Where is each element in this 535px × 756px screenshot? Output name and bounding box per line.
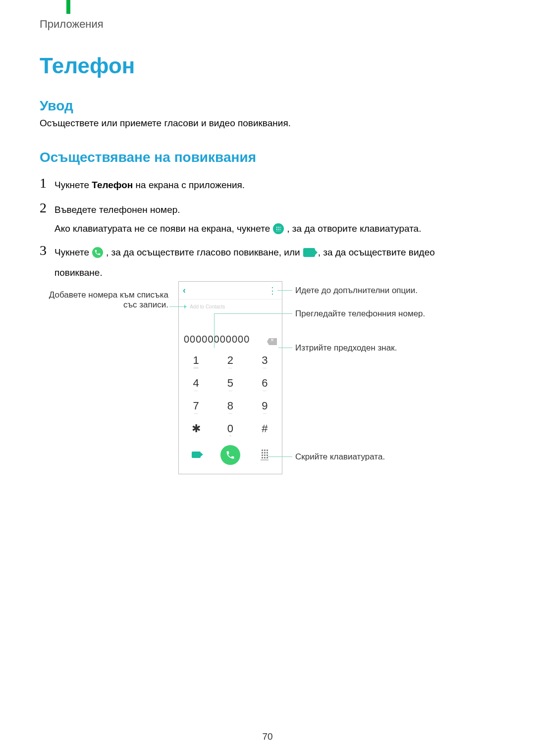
key-6[interactable]: 6— [248,372,282,395]
key-8[interactable]: 8— [213,395,247,417]
dialer-keypad: 1ᴑᴑ 2— 3— 4— 5— 6— 7— 8— 9— ✱ 0+ # [179,349,282,440]
key-1[interactable]: 1ᴑᴑ [179,349,213,372]
step1-bold: Телефон [92,180,133,190]
backspace-icon[interactable] [267,338,277,345]
video-call-button[interactable] [192,450,201,460]
callout-line-hide-kb [268,456,292,457]
phone-dialer-screenshot: ‹ ⋮ + Add to Contacts 00000000000 1ᴑᴑ 2—… [178,281,282,474]
callout-vline-review [214,313,214,348]
key-star[interactable]: ✱ [179,417,213,440]
section-tab [66,0,70,14]
key-9[interactable]: 9— [248,395,282,417]
header-section-label: Приложения [40,18,104,31]
add-to-contacts-label[interactable]: Add to Contacts [190,304,225,309]
phone-call-icon [92,247,103,258]
video-call-icon [303,248,315,257]
callout-hide-keyboard: Скрийте клавиатурата. [295,452,385,462]
step3-a: Чукнете [54,246,89,260]
key-7[interactable]: 7— [179,395,213,417]
voice-call-button[interactable] [220,445,240,465]
key-hash[interactable]: # [248,417,282,440]
callout-more-options: Идете до допълнителни опции. [295,286,418,296]
step1-pre: Чукнете [54,180,92,190]
step-number-3: 3 [40,243,47,258]
callout-delete-char: Изтрийте предходен знак. [295,343,397,353]
step-text-1: Чукнете Телефон на екрана с приложения. [54,178,245,193]
key-3[interactable]: 3— [248,349,282,372]
step-text-3: Чукнете , за да осъществите гласово пови… [54,246,485,280]
more-options-icon[interactable]: ⋮ [268,285,278,296]
callout-line-more-options [277,290,292,291]
callout-review-number: Прегледайте телефонния номер. [295,309,425,319]
callout-line-delete [278,348,292,348]
page-title: Телефон [40,53,135,78]
step-number-2: 2 [40,200,47,216]
step3-d: повикване. [54,266,103,280]
step-number-1: 1 [40,175,47,191]
callout-add-contacts: Добавете номера към списъка със записи. [40,290,168,310]
page-number: 70 [0,731,535,742]
step1-post: на екрана с приложения. [133,180,245,190]
step2-line2b: , за да отворите клавиатурата. [287,222,421,236]
intro-text: Осъществете или приемете гласови и видео… [40,118,291,129]
key-4[interactable]: 4— [179,372,213,395]
callout-line-add-contacts [169,306,184,307]
back-icon[interactable]: ‹ [183,285,186,296]
intro-heading: Увод [40,98,73,114]
keypad-icon [273,223,284,234]
key-2[interactable]: 2— [213,349,247,372]
step3-b: , за да осъществите гласово повикване, и… [106,246,300,260]
entered-number: 00000000000 [184,334,250,345]
step2-line2a: Ако клавиатурата не се появи на екрана, … [54,222,270,236]
key-5[interactable]: 5— [213,372,247,395]
callout-line-review [214,313,292,314]
hide-keyboard-button[interactable] [261,450,268,460]
step-text-2-line1: Въведете телефонен номер. [54,203,180,217]
section-making-calls-heading: Осъществяване на повиквания [40,150,256,165]
key-0[interactable]: 0+ [213,417,247,440]
step3-c: , за да осъществите видео [318,246,435,260]
step-text-2-line2: Ако клавиатурата не се появи на екрана, … [54,222,421,236]
